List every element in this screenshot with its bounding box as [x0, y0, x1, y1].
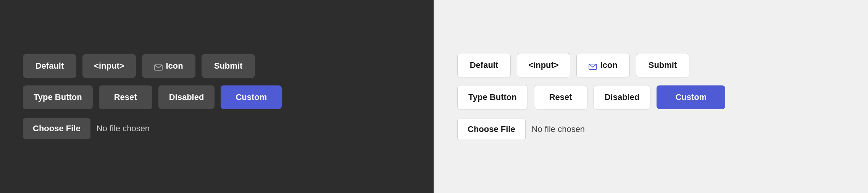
mail-icon	[154, 63, 163, 69]
dark-disabled-button[interactable]: Disabled	[158, 85, 215, 109]
light-reset-button[interactable]: Reset	[534, 85, 587, 109]
dark-type-button[interactable]: Type Button	[23, 85, 93, 109]
dark-custom-button[interactable]: Custom	[221, 85, 282, 109]
light-type-button[interactable]: Type Button	[457, 85, 528, 109]
dark-submit-button[interactable]: Submit	[202, 54, 255, 78]
light-submit-button[interactable]: Submit	[636, 53, 689, 77]
light-row-2: Type Button Reset Disabled Custom	[457, 85, 725, 109]
light-choose-file-button[interactable]: Choose File	[457, 119, 526, 140]
dark-row-2: Type Button Reset Disabled Custom	[23, 85, 282, 109]
dark-reset-button[interactable]: Reset	[99, 85, 152, 109]
dark-row-1: Default <input> Icon Submit	[23, 54, 255, 78]
light-input-button[interactable]: <input>	[517, 53, 570, 77]
light-icon-button[interactable]: Icon	[576, 53, 630, 77]
dark-icon-button-label: Icon	[166, 61, 183, 71]
light-panel: Default <input> Icon Submit Type Button …	[434, 0, 868, 193]
dark-file-status: No file chosen	[97, 124, 150, 133]
mail-icon-light	[589, 62, 597, 68]
dark-choose-file-button[interactable]: Choose File	[23, 118, 90, 139]
light-custom-button[interactable]: Custom	[657, 85, 725, 109]
dark-default-button[interactable]: Default	[23, 54, 76, 78]
dark-input-button[interactable]: <input>	[82, 54, 136, 78]
dark-panel: Default <input> Icon Submit Type Button …	[0, 0, 434, 193]
divider	[434, 0, 434, 193]
light-row-1: Default <input> Icon Submit	[457, 53, 689, 77]
light-default-button[interactable]: Default	[457, 53, 511, 77]
dark-icon-button[interactable]: Icon	[142, 54, 195, 78]
light-disabled-button[interactable]: Disabled	[594, 85, 651, 109]
light-icon-button-label: Icon	[600, 60, 617, 70]
dark-file-row: Choose File No file chosen	[23, 118, 150, 139]
light-file-row: Choose File No file chosen	[457, 119, 585, 140]
light-file-status: No file chosen	[532, 124, 585, 134]
